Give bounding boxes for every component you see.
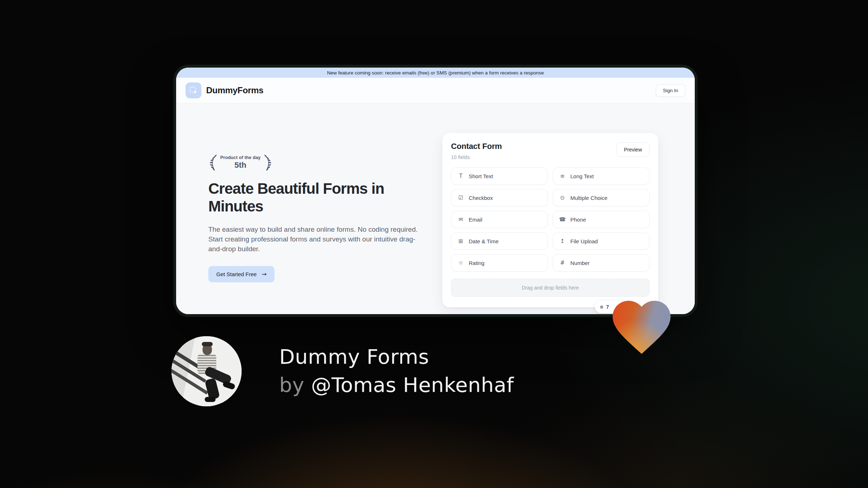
byline-prefix: by xyxy=(279,373,305,397)
checkbox-icon: ☑ xyxy=(457,194,464,201)
app-window: New feature coming soon: receive emails … xyxy=(176,68,695,314)
form-builder-card: Contact Form 10 fields Preview T Short T… xyxy=(442,133,658,307)
form-card-header: Contact Form 10 fields Preview xyxy=(451,142,650,160)
announcement-banner: New feature coming soon: receive emails … xyxy=(176,68,695,78)
promo-canvas: New feature coming soon: receive emails … xyxy=(0,0,868,488)
field-type-item[interactable]: T Short Text xyxy=(451,167,548,185)
field-type-item[interactable]: ☑ Checkbox xyxy=(451,189,548,206)
laurel-right-icon xyxy=(263,153,273,171)
field-type-item[interactable]: ↥ File Upload xyxy=(553,232,650,250)
field-type-item[interactable]: ⊙ Multiple Choice xyxy=(553,189,650,206)
drag-drop-label: Drag and drop fields here xyxy=(522,285,579,291)
field-type-item[interactable]: # Number xyxy=(553,254,650,271)
byline: by @Tomas Henkenhaf xyxy=(279,371,514,399)
badge-rank: 5th xyxy=(220,160,261,170)
field-type-item[interactable]: ☆ Rating xyxy=(451,254,548,271)
laurel-left-icon xyxy=(208,153,218,171)
page-title-line1: Create Beautiful Forms in xyxy=(208,180,418,198)
field-type-grid: T Short Text ≡ Long Text ☑ Checkbox xyxy=(451,167,650,271)
announcement-text: New feature coming soon: receive emails … xyxy=(327,70,544,76)
get-started-label: Get Started Free xyxy=(216,271,257,277)
preview-button[interactable]: Preview xyxy=(616,142,650,157)
product-title: Dummy Forms xyxy=(279,343,514,371)
date-time-icon: ⊞ xyxy=(457,238,464,244)
vote-dot-icon xyxy=(600,305,603,309)
file-upload-icon: ↥ xyxy=(559,238,566,244)
field-type-item[interactable]: ⊞ Date & Time xyxy=(451,232,548,250)
app-header: DummyForms Sign In xyxy=(176,78,695,103)
hero-description: The easiest way to build and share onlin… xyxy=(208,225,418,254)
brand[interactable]: DummyForms xyxy=(186,82,263,98)
creator-avatar xyxy=(171,336,242,406)
hero-section: Product of the day 5th Create Beautiful … xyxy=(176,103,695,314)
badge-text: Product of the day 5th xyxy=(220,155,261,170)
field-type-item[interactable]: ≡ Long Text xyxy=(553,167,650,185)
page-title-line2: Minutes xyxy=(208,198,418,215)
long-text-icon: ≡ xyxy=(559,173,566,179)
email-icon: ✉ xyxy=(457,216,464,223)
field-type-item[interactable]: ☎ Phone xyxy=(553,211,650,228)
multiple-choice-icon: ⊙ xyxy=(559,194,566,201)
product-of-the-day-badge: Product of the day 5th xyxy=(208,153,273,171)
short-text-icon: T xyxy=(457,173,464,179)
badge-label: Product of the day xyxy=(220,155,261,160)
credit-block: Dummy Forms by @Tomas Henkenhaf xyxy=(279,343,514,399)
sign-in-button[interactable]: Sign In xyxy=(656,84,685,97)
byline-handle: @Tomas Henkenhaf xyxy=(311,373,514,397)
brand-logo-icon xyxy=(186,82,201,98)
brand-name: DummyForms xyxy=(206,85,263,95)
heart-icon xyxy=(606,292,677,359)
arrow-right-icon: → xyxy=(262,271,267,278)
rating-icon: ☆ xyxy=(457,260,464,266)
field-type-item[interactable]: ✉ Email xyxy=(451,211,548,228)
phone-icon: ☎ xyxy=(559,216,566,223)
number-icon: # xyxy=(559,260,566,266)
get-started-button[interactable]: Get Started Free → xyxy=(208,266,275,282)
page-title: Create Beautiful Forms in Minutes xyxy=(208,180,418,215)
